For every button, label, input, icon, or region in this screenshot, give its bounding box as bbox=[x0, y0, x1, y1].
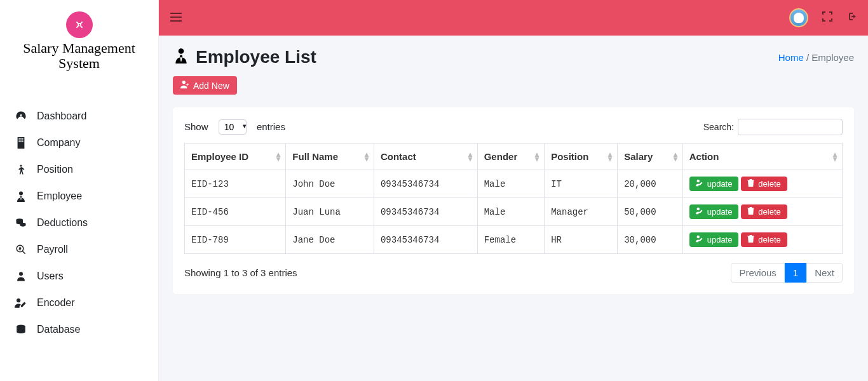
svg-rect-8 bbox=[22, 141, 24, 142]
search-label: Search: bbox=[703, 122, 734, 132]
cell-id: EID-789 bbox=[185, 226, 286, 254]
page-1-button[interactable]: 1 bbox=[785, 263, 806, 283]
page-title: Employee List bbox=[173, 47, 316, 67]
svg-point-18 bbox=[182, 81, 186, 84]
user-tie-icon bbox=[14, 190, 28, 202]
length-select[interactable]: 10 bbox=[219, 119, 247, 135]
sidebar-item-employee[interactable]: Employee bbox=[0, 183, 158, 210]
cell-contact: 09345346734 bbox=[374, 170, 477, 198]
user-avatar[interactable] bbox=[789, 8, 808, 27]
update-button[interactable]: update bbox=[689, 232, 739, 247]
sidebar-item-dashboard[interactable]: Dashboard bbox=[0, 103, 158, 130]
update-button[interactable]: update bbox=[689, 204, 739, 219]
svg-rect-4 bbox=[20, 138, 22, 140]
sort-icon: ▴▾ bbox=[674, 152, 677, 161]
cell-salary: 50,000 bbox=[618, 198, 682, 226]
sidebar-item-database[interactable]: Database bbox=[0, 316, 158, 343]
database-icon bbox=[14, 324, 28, 335]
cell-name: John Doe bbox=[286, 170, 374, 198]
dashboard-icon bbox=[14, 110, 28, 122]
table-row: EID-123John Doe09345346734MaleIT20,000 u… bbox=[185, 170, 843, 198]
svg-rect-7 bbox=[20, 141, 22, 142]
svg-text:$: $ bbox=[78, 23, 80, 27]
sidebar-item-position[interactable]: Position bbox=[0, 156, 158, 183]
sidebar-item-users[interactable]: Users bbox=[0, 263, 158, 290]
svg-point-17 bbox=[179, 48, 184, 54]
sort-icon: ▴▾ bbox=[276, 152, 280, 161]
sidebar-item-label: Company bbox=[37, 137, 80, 149]
table-card: Show 10 entries Search: Emplo bbox=[173, 107, 854, 294]
user-icon bbox=[14, 271, 28, 282]
sidebar-nav: DashboardCompanyPositionEmployeeDeductio… bbox=[0, 103, 158, 343]
user-edit-icon bbox=[696, 235, 703, 244]
user-edit-icon bbox=[696, 207, 703, 217]
svg-point-9 bbox=[20, 165, 22, 167]
cell-gender: Male bbox=[477, 170, 544, 198]
sidebar-item-label: Deductions bbox=[37, 217, 88, 229]
cell-action: update delete bbox=[682, 226, 842, 254]
sort-icon: ▴▾ bbox=[365, 152, 369, 161]
sidebar-item-company[interactable]: Company bbox=[0, 130, 158, 156]
delete-button[interactable]: delete bbox=[741, 204, 787, 219]
breadcrumb-current: Employee bbox=[811, 52, 854, 63]
user-edit-icon bbox=[14, 297, 28, 309]
brand-logo-icon: $ bbox=[66, 11, 93, 38]
column-header[interactable]: Contact▴▾ bbox=[374, 144, 477, 170]
delete-button[interactable]: delete bbox=[741, 232, 787, 247]
column-header[interactable]: Salary▴▾ bbox=[618, 144, 682, 170]
building-icon bbox=[14, 137, 28, 149]
cell-contact: 09345346734 bbox=[374, 226, 477, 254]
column-header[interactable]: Action▴▾ bbox=[682, 144, 842, 170]
sidebar-item-label: Dashboard bbox=[37, 110, 86, 122]
cell-salary: 30,000 bbox=[618, 226, 682, 254]
next-button[interactable]: Next bbox=[806, 263, 843, 283]
sort-icon: ▴▾ bbox=[608, 152, 612, 161]
sidebar-item-payroll[interactable]: Payroll bbox=[0, 236, 158, 263]
sidebar: $ Salary Management System DashboardComp… bbox=[0, 0, 159, 381]
cell-contact: 09345346734 bbox=[374, 198, 477, 226]
child-icon bbox=[14, 164, 28, 175]
search-input[interactable] bbox=[738, 119, 843, 135]
cell-gender: Male bbox=[477, 198, 544, 226]
search-dollar-icon bbox=[14, 244, 28, 255]
user-plus-icon bbox=[180, 80, 189, 91]
column-header[interactable]: Full Name▴▾ bbox=[286, 144, 374, 170]
brand-logo: $ Salary Management System bbox=[0, 0, 158, 77]
table-info: Showing 1 to 3 of 3 entries bbox=[184, 267, 297, 278]
user-edit-icon bbox=[696, 179, 703, 189]
cell-action: update delete bbox=[682, 170, 842, 198]
update-button[interactable]: update bbox=[689, 177, 739, 191]
coins-icon bbox=[14, 217, 28, 229]
sidebar-item-label: Position bbox=[37, 164, 73, 175]
column-header[interactable]: Gender▴▾ bbox=[477, 144, 544, 170]
cell-name: Jane Doe bbox=[286, 226, 374, 254]
column-header[interactable]: Position▴▾ bbox=[545, 144, 618, 170]
trash-icon bbox=[747, 179, 754, 189]
column-header[interactable]: Employee ID▴▾ bbox=[185, 144, 286, 170]
length-label: Show 10 entries bbox=[184, 119, 285, 135]
user-tie-icon bbox=[173, 47, 189, 67]
table-row: EID-789Jane Doe09345346734FemaleHR30,000… bbox=[185, 226, 843, 254]
sidebar-item-label: Users bbox=[37, 271, 64, 282]
pagination: Previous 1 Next bbox=[731, 263, 843, 283]
svg-point-19 bbox=[696, 180, 700, 183]
delete-button[interactable]: delete bbox=[741, 177, 787, 191]
svg-rect-3 bbox=[18, 138, 20, 140]
sidebar-item-encoder[interactable]: Encoder bbox=[0, 290, 158, 316]
sidebar-item-label: Encoder bbox=[37, 297, 75, 309]
logout-icon[interactable] bbox=[846, 11, 857, 24]
previous-button[interactable]: Previous bbox=[731, 263, 784, 283]
sort-icon: ▴▾ bbox=[833, 152, 837, 161]
breadcrumb-home-link[interactable]: Home bbox=[778, 52, 804, 63]
sidebar-item-label: Payroll bbox=[37, 244, 68, 255]
cell-salary: 20,000 bbox=[618, 170, 682, 198]
hamburger-icon[interactable] bbox=[170, 11, 182, 25]
add-new-button[interactable]: Add New bbox=[173, 76, 237, 95]
cell-action: update delete bbox=[682, 198, 842, 226]
brand-text-line1: Salary Management bbox=[6, 41, 152, 56]
table-row: EID-456Juan Luna09345346734MaleManager50… bbox=[185, 198, 843, 226]
fullscreen-icon[interactable] bbox=[822, 11, 832, 24]
cell-gender: Female bbox=[477, 226, 544, 254]
svg-rect-6 bbox=[18, 141, 20, 142]
sidebar-item-deductions[interactable]: Deductions bbox=[0, 210, 158, 236]
